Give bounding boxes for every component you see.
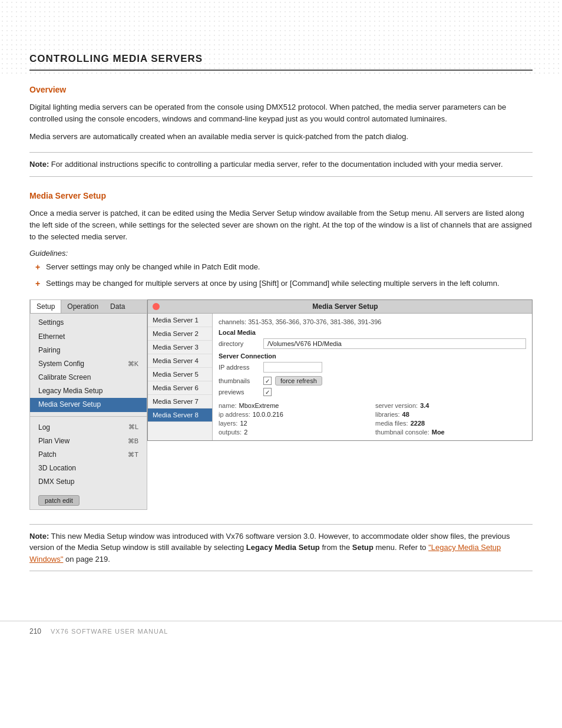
previews-checkbox[interactable]: ✓: [263, 388, 272, 396]
menu-item-dmx-setup[interactable]: DMX Setup: [30, 475, 147, 489]
bottom-note-text4: on page 219.: [65, 555, 110, 564]
menu-bottom: patch edit: [30, 492, 147, 509]
setup-panel: Media Server Setup Media Server 1 Media …: [147, 299, 533, 441]
media-server-setup-heading: Media Server Setup: [29, 191, 533, 200]
previews-row: previews ✓: [219, 388, 526, 396]
server-list-item-selected[interactable]: Media Server 8: [148, 409, 212, 422]
bottom-note-label: Note:: [29, 532, 49, 541]
screenshot-area: Setup Operation Data Settings Ethernet P…: [29, 299, 533, 509]
layers-label: layers:: [219, 420, 237, 427]
menu-item-log[interactable]: Log ⌘L: [30, 421, 147, 434]
menu-item-3d-location[interactable]: 3D Location: [30, 462, 147, 475]
directory-label: directory: [219, 340, 260, 347]
menu-item-legacy-media[interactable]: Legacy Media Setup: [30, 384, 147, 398]
server-list-item[interactable]: Media Server 5: [148, 368, 212, 381]
media-server-setup-intro: Once a media server is patched, it can b…: [29, 207, 533, 243]
directory-row: directory /Volumes/V676 HD/Media: [219, 338, 526, 349]
menu-item-pairing[interactable]: Pairing: [30, 344, 147, 357]
media-files-value: 2228: [411, 420, 425, 427]
info-outputs-row: outputs: 2: [219, 429, 369, 436]
server-list: Media Server 1 Media Server 2 Media Serv…: [148, 314, 213, 440]
overview-heading: Overview: [29, 85, 533, 94]
ip-address-row: IP address: [219, 362, 526, 373]
guidelines-label: Guidelines:: [29, 249, 533, 258]
footer-manual-title: VX76 SOFTWARE USER MANUAL: [51, 628, 168, 635]
info-server-version-row: server version: 3.4: [375, 402, 526, 409]
bottom-note-text3: menu. Refer to: [376, 543, 427, 552]
channels-label: channels:: [219, 318, 246, 325]
list-item: Server settings may only be changed whil…: [35, 261, 533, 273]
page-footer: 210 VX76 SOFTWARE USER MANUAL: [0, 621, 562, 641]
menu-item-system-config[interactable]: System Config ⌘K: [30, 357, 147, 371]
menu-item-plan-view[interactable]: Plan View ⌘B: [30, 434, 147, 448]
name-value: MboxExtreme: [239, 402, 279, 409]
server-list-item[interactable]: Media Server 4: [148, 354, 212, 368]
ip-info-value: 10.0.0.216: [253, 411, 283, 418]
menu-item-settings[interactable]: Settings: [30, 316, 147, 330]
server-settings: channels: 351-353, 356-366, 370-376, 381…: [213, 314, 532, 440]
layers-value: 12: [240, 420, 247, 427]
menu-item-ethernet[interactable]: Ethernet: [30, 330, 147, 344]
server-list-item[interactable]: Media Server 3: [148, 341, 212, 354]
server-version-value: 3.4: [420, 402, 429, 409]
overview-section: Overview Digital lighting media servers …: [29, 85, 533, 177]
server-list-item[interactable]: Media Server 2: [148, 327, 212, 341]
menu-bar-setup[interactable]: Setup: [30, 300, 61, 313]
server-connection-label: Server Connection: [219, 353, 526, 360]
menu-section-bottom: Log ⌘L Plan View ⌘B Patch ⌘T 3D Location: [30, 419, 147, 492]
ip-address-input[interactable]: [263, 362, 322, 373]
menu-item-media-server-setup[interactable]: Media Server Setup: [30, 398, 147, 411]
thumbnail-console-value: Moe: [432, 429, 445, 436]
info-layers-row: layers: 12: [219, 420, 369, 427]
bottom-note-bold-2: Setup: [352, 543, 373, 552]
channels-value: 351-353, 356-366, 370-376, 381-386, 391-…: [248, 318, 381, 325]
server-version-label: server version:: [375, 402, 418, 409]
setup-panel-body: Media Server 1 Media Server 2 Media Serv…: [148, 314, 532, 440]
page-title: CONTROLLING MEDIA SERVERS: [29, 53, 533, 71]
force-refresh-button[interactable]: force refresh: [275, 376, 322, 386]
overview-para-1: Digital lighting media servers can be op…: [29, 101, 533, 125]
overview-note: Note: For additional instructions specif…: [29, 152, 533, 177]
close-button[interactable]: [153, 303, 160, 310]
server-list-item[interactable]: Media Server 1: [148, 314, 212, 327]
thumbnail-console-label: thumbnail console:: [375, 429, 429, 436]
libraries-value: 48: [402, 411, 409, 418]
ip-info-label: ip address:: [219, 411, 250, 418]
bottom-note-text2: from the: [322, 543, 350, 552]
directory-value: /Volumes/V676 HD/Media: [263, 338, 526, 349]
menu-item-patch[interactable]: Patch ⌘T: [30, 448, 147, 462]
server-list-item[interactable]: Media Server 6: [148, 381, 212, 395]
libraries-label: libraries:: [375, 411, 400, 418]
overview-para-2: Media servers are automatically created …: [29, 131, 533, 143]
name-label: name:: [219, 402, 237, 409]
bottom-note-bold-1: Legacy Media Setup: [246, 543, 320, 552]
info-thumbnail-console-row: thumbnail console: Moe: [375, 429, 526, 436]
menu-panel: Setup Operation Data Settings Ethernet P…: [29, 299, 147, 509]
panel-title: Media Server Setup: [312, 302, 378, 311]
bottom-note: Note: This new Media Setup window was in…: [29, 524, 533, 572]
menu-bar: Setup Operation Data: [30, 300, 147, 314]
ip-address-label: IP address: [219, 364, 260, 371]
menu-bar-operation[interactable]: Operation: [61, 300, 104, 313]
info-ip-row: ip address: 10.0.0.216: [219, 411, 369, 418]
menu-bar-data[interactable]: Data: [104, 300, 131, 313]
thumbnails-label: thumbnails: [219, 377, 260, 384]
patch-edit-button[interactable]: patch edit: [38, 495, 80, 506]
channels-row: channels: 351-353, 356-366, 370-376, 381…: [219, 318, 526, 325]
server-info-grid: name: MboxExtreme server version: 3.4 ip…: [219, 402, 526, 436]
list-item: Settings may be changed for multiple ser…: [35, 278, 533, 289]
thumbnails-row: thumbnails ✓ force refresh: [219, 376, 526, 386]
overview-note-label: Note:: [29, 160, 49, 169]
info-media-files-row: media files: 2228: [375, 420, 526, 427]
thumbnails-checkbox[interactable]: ✓: [263, 377, 272, 385]
menu-section-top: Settings Ethernet Pairing System Config …: [30, 314, 147, 414]
server-list-item[interactable]: Media Server 7: [148, 395, 212, 409]
outputs-label: outputs:: [219, 429, 242, 436]
guidelines-list: Server settings may only be changed whil…: [35, 261, 533, 289]
local-media-label: Local Media: [219, 329, 526, 336]
info-libraries-row: libraries: 48: [375, 411, 526, 418]
previews-label: previews: [219, 388, 260, 396]
overview-note-text: For additional instructions specific to …: [51, 160, 503, 169]
page-number: 210: [29, 627, 41, 635]
menu-item-calibrate[interactable]: Calibrate Screen: [30, 371, 147, 384]
